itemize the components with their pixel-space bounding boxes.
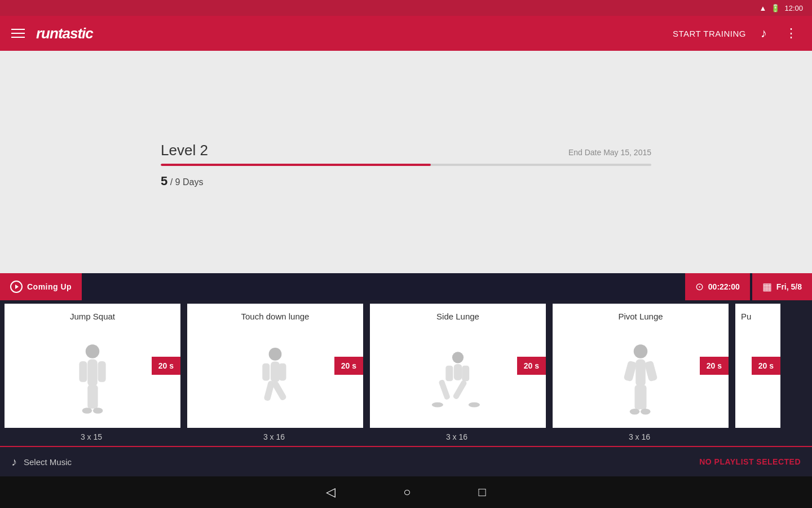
reps-4: 3 x 16 [551,428,727,446]
timer-badge: ⊙ 00:22:00 [685,273,750,300]
days-progress: 5 / 9 Days [161,174,812,189]
svg-rect-2 [79,361,87,382]
exercise-figure-2 [193,326,358,428]
exercise-timer-5: 20 s [752,357,780,375]
calendar-icon: ▦ [762,281,772,293]
nav-bar: ◁ ○ □ [0,476,812,508]
svg-point-8 [269,348,282,361]
home-button[interactable]: ○ [403,485,411,500]
days-separator: / [170,177,175,187]
svg-rect-11 [279,363,286,380]
svg-rect-27 [639,385,646,410]
svg-rect-25 [644,360,657,382]
app-logo: runtastic [36,25,661,42]
no-playlist-label: NO PLAYLIST SELECTED [699,457,801,466]
main-content: Level 2 End Date May 15, 2015 5 / 9 Days… [0,51,812,476]
svg-rect-5 [91,385,98,409]
wifi-icon: ▲ [760,4,767,12]
date-value: Fri, 5/8 [776,282,802,291]
svg-rect-17 [462,365,469,380]
svg-rect-13 [271,380,287,401]
exercise-timer-4: 20 s [700,357,729,375]
end-date: End Date May 15, 2015 [568,148,651,157]
right-badges: ⊙ 00:22:00 ▦ Fri, 5/8 [685,273,812,300]
reps-2: 3 x 16 [186,428,362,446]
exercise-name-1: Jump Squat [70,312,115,321]
exercise-card-3: Side Lunge 20 s [370,304,546,428]
exercise-timer-3: 20 s [517,357,546,375]
hamburger-menu-icon[interactable] [11,29,25,38]
exercise-timer-2: 20 s [334,357,363,375]
app-bar: runtastic START TRAINING ♪ ⋮ [0,16,812,51]
svg-point-7 [93,408,103,414]
level-header: Level 2 End Date May 15, 2015 [161,142,812,159]
svg-rect-10 [262,363,270,380]
exercise-figure-4 [558,326,723,428]
more-options-icon[interactable]: ⋮ [782,23,801,44]
exercise-name-3: Side Lunge [436,312,479,321]
exercise-card-5-partial: Pu 20 s [735,304,780,428]
coming-up-badge[interactable]: Coming Up [0,273,82,300]
music-icon[interactable]: ♪ [757,23,770,44]
level-section: Level 2 End Date May 15, 2015 5 / 9 Days [0,51,812,273]
exercise-timer-1: 20 s [152,357,180,375]
svg-rect-16 [445,365,453,380]
svg-point-28 [630,409,640,415]
back-button[interactable]: ◁ [326,485,336,500]
exercise-figure-3 [376,326,540,428]
exercises-section: Jump Squat 20 s Touch down lunge [0,300,812,428]
svg-rect-1 [87,359,98,386]
svg-point-29 [641,409,651,415]
status-time: 12:00 [784,4,803,12]
exercise-name-5: Pu [741,312,751,321]
calendar-badge: ▦ Fri, 5/8 [752,273,812,300]
progress-bar [161,164,651,166]
exercise-card-4: Pivot Lunge 20 s [553,304,729,428]
current-day: 5 [161,174,167,188]
svg-point-20 [432,402,443,407]
svg-rect-15 [454,364,462,380]
svg-point-14 [452,352,464,363]
coming-up-label: Coming Up [27,282,72,291]
svg-point-6 [82,408,92,414]
svg-point-22 [634,344,648,358]
svg-rect-24 [623,360,637,382]
exercise-name-4: Pivot Lunge [618,312,663,321]
timer-icon: ⊙ [695,281,704,293]
exercise-card-1: Jump Squat 20 s [5,304,180,428]
coming-up-play-icon [10,281,23,293]
music-bar: ♪ Select Music NO PLAYLIST SELECTED [0,446,812,476]
svg-rect-9 [271,361,280,382]
total-days: 9 Days [175,177,204,187]
reps-row: 3 x 15 3 x 16 3 x 16 3 x 16 [0,428,812,446]
svg-point-21 [469,402,480,407]
reps-5 [734,428,812,446]
music-note-icon: ♪ [11,456,17,468]
exercise-card-2: Touch down lunge 20 s [187,304,363,428]
status-bar: ▲ 🔋 12:00 [0,0,812,16]
svg-rect-3 [98,361,106,382]
svg-rect-19 [452,379,467,400]
progress-bar-fill [161,164,431,166]
exercise-figure-1 [10,326,175,428]
battery-icon: 🔋 [771,4,780,12]
recents-button[interactable]: □ [479,485,486,500]
svg-rect-18 [438,379,451,400]
exercise-name-2: Touch down lunge [241,312,310,321]
svg-point-0 [86,344,100,358]
reps-3: 3 x 16 [369,428,545,446]
level-title: Level 2 [161,142,208,159]
timer-value: 00:22:00 [708,282,740,291]
select-music-label[interactable]: Select Music [24,457,699,467]
coming-up-bar: Coming Up ⊙ 00:22:00 ▦ Fri, 5/8 [0,273,812,300]
start-training-button[interactable]: START TRAINING [673,29,746,38]
reps-1: 3 x 15 [3,428,179,446]
svg-rect-23 [636,359,646,386]
